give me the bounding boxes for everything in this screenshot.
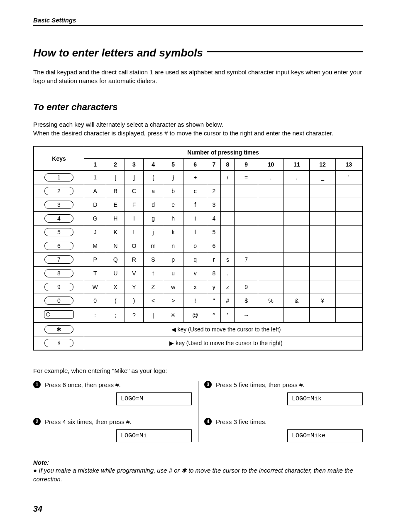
value-cell: ¥ [310,294,335,308]
value-cell [258,212,284,226]
value-cell [221,212,235,226]
value-cell [235,267,258,280]
value-cell [310,212,335,226]
value-cell: Y [125,280,144,294]
table-row: 8TUVtuv8. [34,267,362,280]
value-cell: { [143,171,163,184]
key-cell: ✱ [34,323,84,336]
description: Pressing each key will alternately selec… [33,120,363,137]
value-cell: x [183,280,207,294]
value-cell [221,198,235,212]
value-cell [335,226,362,239]
value-cell [310,267,335,280]
keycap: 8 [44,269,73,277]
value-cell: b [163,184,183,198]
character-table: Keys Number of pressing times 1234567891… [33,146,363,351]
step-number: 4 [204,418,212,425]
value-cell [235,184,258,198]
value-cell: C [125,184,144,198]
value-cell [284,212,310,226]
value-cell: o [183,239,207,253]
value-cell: 7 [235,253,258,267]
value-cell: : [84,308,106,323]
value-cell: T [84,267,106,280]
value-cell: u [163,267,183,280]
example-section: For example, when entering "Mike" as you… [33,367,363,442]
value-cell: n [163,239,183,253]
value-cell: y [207,280,221,294]
col-header: 1 [84,159,106,171]
keycap: 9 [44,283,73,291]
note-body: If you make a mistake while programming,… [33,466,363,483]
value-cell: j [143,226,163,239]
value-cell: ( [106,294,125,308]
value-cell: I [125,212,144,226]
keycap: 2 [44,187,73,195]
value-cell: 2 [207,184,221,198]
value-cell [335,184,362,198]
value-cell: m [143,239,163,253]
value-cell: } [163,171,183,184]
value-cell: F [125,198,144,212]
value-cell: M [84,239,106,253]
value-cell: B [106,184,125,198]
value-cell: & [284,294,310,308]
value-cell [284,280,310,294]
display-box: LOGO=Mi [116,429,192,442]
value-cell: X [106,280,125,294]
table-row: 5JKLjkl5 [34,226,362,239]
value-cell [310,239,335,253]
presses-header: Number of pressing times [84,146,363,159]
col-header: 13 [335,159,362,171]
example-step: 1Press 6 once, then press #.LOGO=M [33,381,192,405]
value-cell: @ [183,308,207,323]
value-cell: P [84,253,106,267]
value-cell: – [207,171,221,184]
value-cell: N [106,239,125,253]
value-cell [284,184,310,198]
value-cell: 0 [84,294,106,308]
value-cell: ! [183,294,207,308]
example-step: 3Press 5 five times, then press #.LOGO=M… [204,381,363,405]
example-lead: For example, when entering "Mike" as you… [33,367,363,374]
col-header: 2 [106,159,125,171]
value-cell [235,212,258,226]
value-cell: ; [106,308,125,323]
value-cell [335,267,362,280]
value-cell: ✳ [163,308,183,323]
key-cell: 1 [34,171,84,184]
step-number: 1 [33,381,41,388]
value-cell [310,308,335,323]
table-row: 6MNOmno6 [34,239,362,253]
value-cell [221,184,235,198]
step-text: Press 4 six times, then press #. [45,418,131,425]
hash-key: ♯ [44,339,73,347]
keys-header: Keys [34,146,84,171]
value-cell: A [84,184,106,198]
value-cell [335,308,362,323]
value-cell: > [163,294,183,308]
running-header: Basic Settings [33,17,363,26]
value-cell: d [143,198,163,212]
key-cell: 9 [34,280,84,294]
value-cell: Q [106,253,125,267]
value-cell [258,253,284,267]
col-header: 3 [125,159,144,171]
table-row: 4GHIghi4 [34,212,362,226]
col-header: 11 [284,159,310,171]
value-cell: E [106,198,125,212]
value-cell: v [183,267,207,280]
keycap: 5 [44,228,73,236]
value-cell [284,253,310,267]
note-section: Note: If you make a mistake while progra… [33,459,363,483]
value-cell: 6 [207,239,221,253]
value-cell [235,239,258,253]
col-header: 8 [221,159,235,171]
value-cell: 4 [207,212,221,226]
key-cell: ♯ [34,336,84,351]
keycap: 3 [44,201,73,209]
value-cell: O [125,239,144,253]
step-text: Press 3 five times. [216,418,267,425]
value-cell: i [183,212,207,226]
col-header: 6 [183,159,207,171]
